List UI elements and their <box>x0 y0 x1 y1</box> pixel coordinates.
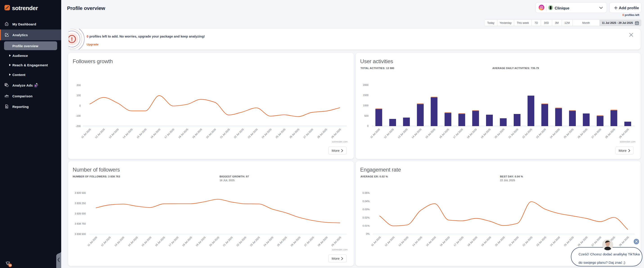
svg-text:200: 200 <box>76 84 80 87</box>
svg-text:20 Jul 2025: 20 Jul 2025 <box>206 128 216 139</box>
svg-text:11 Jul 2025: 11 Jul 2025 <box>370 236 381 247</box>
svg-text:-200: -200 <box>76 125 80 127</box>
svg-text:25 Jul 2025: 25 Jul 2025 <box>563 236 574 247</box>
svg-text:sotrender.com: sotrender.com <box>332 140 348 143</box>
svg-text:29 Jul 2025: 29 Jul 2025 <box>330 128 342 139</box>
svg-text:0.05%: 0.05% <box>362 192 370 194</box>
svg-text:15 Jul 2025: 15 Jul 2025 <box>425 236 436 247</box>
svg-text:22 Jul 2025: 22 Jul 2025 <box>233 128 244 139</box>
svg-text:15 Jul 2025: 15 Jul 2025 <box>136 128 147 139</box>
svg-text:22 Jul 2025: 22 Jul 2025 <box>522 128 532 139</box>
svg-text:23 Jul 2025: 23 Jul 2025 <box>536 236 546 247</box>
svg-text:26 Jul 2025: 26 Jul 2025 <box>289 128 300 139</box>
svg-text:100: 100 <box>76 94 80 97</box>
svg-text:sotrender.com: sotrender.com <box>332 248 348 251</box>
svg-text:27 Jul 2025: 27 Jul 2025 <box>304 236 314 247</box>
svg-text:21 Jul 2025: 21 Jul 2025 <box>220 128 230 139</box>
svg-text:18 Jul 2025: 18 Jul 2025 <box>467 236 478 247</box>
svg-text:29 Jul 2025: 29 Jul 2025 <box>331 236 342 247</box>
svg-text:11 Jul 2025: 11 Jul 2025 <box>80 128 91 139</box>
svg-text:29 Jul 2025: 29 Jul 2025 <box>618 236 629 247</box>
svg-text:3 838 500: 3 838 500 <box>75 233 86 235</box>
svg-text:19 Jul 2025: 19 Jul 2025 <box>480 128 491 139</box>
svg-text:-100: -100 <box>76 114 80 117</box>
svg-text:12 Jul 2025: 12 Jul 2025 <box>383 128 394 139</box>
svg-text:13 Jul 2025: 13 Jul 2025 <box>397 128 408 139</box>
svg-text:0: 0 <box>79 104 80 107</box>
svg-text:0%: 0% <box>366 233 370 235</box>
svg-text:24 Jul 2025: 24 Jul 2025 <box>263 236 274 247</box>
svg-text:16 Jul 2025: 16 Jul 2025 <box>150 128 161 139</box>
svg-text:20 Jul 2025: 20 Jul 2025 <box>209 236 220 247</box>
svg-text:3 838 750: 3 838 750 <box>75 222 86 225</box>
svg-text:sotrender.com: sotrender.com <box>620 140 636 143</box>
svg-text:3 839 500: 3 839 500 <box>75 192 86 194</box>
svg-text:25 Jul 2025: 25 Jul 2025 <box>563 128 574 139</box>
svg-text:28 Jul 2025: 28 Jul 2025 <box>316 128 328 139</box>
svg-text:15 Jul 2025: 15 Jul 2025 <box>424 128 436 139</box>
svg-text:19 Jul 2025: 19 Jul 2025 <box>195 236 206 247</box>
svg-text:23 Jul 2025: 23 Jul 2025 <box>249 236 260 247</box>
svg-text:12 Jul 2025: 12 Jul 2025 <box>384 236 395 247</box>
svg-text:21 Jul 2025: 21 Jul 2025 <box>222 236 233 247</box>
svg-text:27 Jul 2025: 27 Jul 2025 <box>591 236 602 247</box>
svg-text:11 Jul 2025: 11 Jul 2025 <box>87 236 98 247</box>
svg-text:0.02%: 0.02% <box>362 216 370 219</box>
svg-text:20 Jul 2025: 20 Jul 2025 <box>494 128 505 139</box>
svg-text:13 Jul 2025: 13 Jul 2025 <box>114 236 125 247</box>
svg-text:24 Jul 2025: 24 Jul 2025 <box>549 128 560 139</box>
svg-text:0.03%: 0.03% <box>362 208 370 211</box>
svg-text:12 Jul 2025: 12 Jul 2025 <box>100 236 112 247</box>
svg-text:2000: 2000 <box>363 84 368 86</box>
svg-text:22 Jul 2025: 22 Jul 2025 <box>236 236 247 247</box>
svg-text:17 Jul 2025: 17 Jul 2025 <box>452 128 463 139</box>
svg-text:14 Jul 2025: 14 Jul 2025 <box>411 128 422 139</box>
svg-text:28 Jul 2025: 28 Jul 2025 <box>604 128 616 139</box>
svg-text:500: 500 <box>364 114 368 117</box>
svg-text:27 Jul 2025: 27 Jul 2025 <box>591 128 602 139</box>
svg-text:25 Jul 2025: 25 Jul 2025 <box>276 236 288 247</box>
svg-text:1500: 1500 <box>363 94 368 96</box>
svg-text:15 Jul 2025: 15 Jul 2025 <box>141 236 152 247</box>
svg-text:22 Jul 2025: 22 Jul 2025 <box>522 236 533 247</box>
svg-text:19 Jul 2025: 19 Jul 2025 <box>192 128 203 139</box>
svg-text:20 Jul 2025: 20 Jul 2025 <box>494 236 506 247</box>
svg-text:21 Jul 2025: 21 Jul 2025 <box>508 236 519 247</box>
svg-text:26 Jul 2025: 26 Jul 2025 <box>290 236 301 247</box>
svg-text:12 Jul 2025: 12 Jul 2025 <box>94 128 105 139</box>
svg-text:21 Jul 2025: 21 Jul 2025 <box>508 128 519 139</box>
svg-text:25 Jul 2025: 25 Jul 2025 <box>275 128 286 139</box>
svg-text:23 Jul 2025: 23 Jul 2025 <box>535 128 546 139</box>
svg-text:1000: 1000 <box>363 104 368 107</box>
svg-text:16 Jul 2025: 16 Jul 2025 <box>154 236 166 247</box>
svg-text:3 839 250: 3 839 250 <box>75 202 86 205</box>
svg-text:17 Jul 2025: 17 Jul 2025 <box>164 128 175 139</box>
svg-text:3 839 000: 3 839 000 <box>75 212 86 215</box>
svg-text:23 Jul 2025: 23 Jul 2025 <box>247 128 258 139</box>
svg-text:18 Jul 2025: 18 Jul 2025 <box>178 128 189 139</box>
svg-text:14 Jul 2025: 14 Jul 2025 <box>122 128 133 139</box>
svg-text:0: 0 <box>367 125 368 127</box>
svg-text:11 Jul 2025: 11 Jul 2025 <box>370 128 380 139</box>
svg-text:18 Jul 2025: 18 Jul 2025 <box>466 128 477 139</box>
svg-text:28 Jul 2025: 28 Jul 2025 <box>317 236 328 247</box>
svg-text:26 Jul 2025: 26 Jul 2025 <box>577 236 588 247</box>
svg-text:16 Jul 2025: 16 Jul 2025 <box>438 128 450 139</box>
svg-text:16 Jul 2025: 16 Jul 2025 <box>439 236 450 247</box>
svg-text:18 Jul 2025: 18 Jul 2025 <box>182 236 192 247</box>
svg-text:0.04%: 0.04% <box>362 200 370 203</box>
svg-text:13 Jul 2025: 13 Jul 2025 <box>398 236 409 247</box>
svg-text:24 Jul 2025: 24 Jul 2025 <box>550 236 560 247</box>
svg-text:26 Jul 2025: 26 Jul 2025 <box>577 128 588 139</box>
svg-text:29 Jul 2025: 29 Jul 2025 <box>618 128 629 139</box>
svg-text:24 Jul 2025: 24 Jul 2025 <box>261 128 272 139</box>
svg-text:17 Jul 2025: 17 Jul 2025 <box>453 236 464 247</box>
svg-text:13 Jul 2025: 13 Jul 2025 <box>108 128 119 139</box>
svg-text:27 Jul 2025: 27 Jul 2025 <box>303 128 314 139</box>
svg-text:14 Jul 2025: 14 Jul 2025 <box>127 236 138 247</box>
svg-text:19 Jul 2025: 19 Jul 2025 <box>480 236 492 247</box>
svg-text:17 Jul 2025: 17 Jul 2025 <box>168 236 179 247</box>
svg-text:14 Jul 2025: 14 Jul 2025 <box>412 236 422 247</box>
svg-text:0.01%: 0.01% <box>362 224 370 227</box>
